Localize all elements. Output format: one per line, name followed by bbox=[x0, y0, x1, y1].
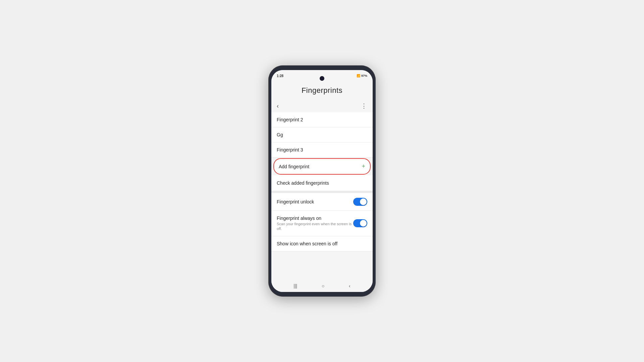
nav-back-button[interactable]: ‹ bbox=[349, 283, 351, 289]
back-button[interactable]: ‹ bbox=[277, 103, 279, 110]
fingerprint-always-on-subtitle: Scan your fingerprint even when the scre… bbox=[277, 222, 353, 231]
check-fingerprints-label: Check added fingerprints bbox=[277, 180, 329, 186]
page-title: Fingerprints bbox=[277, 86, 367, 95]
phone-screen: 1:28 📶 97% Fingerprints ‹ ⋮ Fingerprint … bbox=[271, 70, 373, 292]
fingerprint-always-on-title: Fingerprint always on bbox=[277, 216, 353, 221]
fingerprint-unlock-toggle[interactable] bbox=[353, 198, 367, 206]
status-icons: 📶 97% bbox=[357, 74, 367, 77]
more-button[interactable]: ⋮ bbox=[361, 102, 367, 110]
fingerprint-item-2[interactable]: Gg bbox=[271, 127, 373, 142]
phone-frame: 1:28 📶 97% Fingerprints ‹ ⋮ Fingerprint … bbox=[268, 65, 376, 297]
add-fingerprint-label: Add fingerprint bbox=[279, 164, 309, 169]
fingerprint-always-on-content: Fingerprint always on Scan your fingerpr… bbox=[277, 216, 353, 231]
fingerprint-item-3[interactable]: Fingerprint 3 bbox=[271, 142, 373, 158]
add-plus-icon: + bbox=[362, 163, 365, 170]
fingerprint-always-on-item[interactable]: Fingerprint always on Scan your fingerpr… bbox=[271, 211, 373, 236]
status-time: 1:28 bbox=[277, 74, 283, 78]
recent-apps-button[interactable]: ||| bbox=[293, 283, 297, 289]
fingerprint-label-2: Gg bbox=[277, 132, 283, 137]
toggle-knob-2 bbox=[360, 220, 367, 227]
show-icon-title: Show icon when screen is off bbox=[277, 241, 367, 246]
add-fingerprint-button[interactable]: Add fingerprint + bbox=[273, 158, 371, 175]
nav-bar: ‹ ⋮ bbox=[271, 100, 373, 112]
fingerprint-label-3: Fingerprint 3 bbox=[277, 147, 303, 153]
camera-notch bbox=[320, 76, 324, 81]
fingerprint-item-1[interactable]: Fingerprint 2 bbox=[271, 112, 373, 127]
fingerprint-always-on-toggle[interactable] bbox=[353, 219, 367, 227]
fingerprint-label-1: Fingerprint 2 bbox=[277, 117, 303, 122]
wifi-icon: 📶 bbox=[357, 74, 360, 77]
show-icon-content: Show icon when screen is off bbox=[277, 241, 367, 246]
page-title-area: Fingerprints bbox=[271, 79, 373, 100]
bottom-nav: ||| ○ ‹ bbox=[271, 280, 373, 292]
home-button[interactable]: ○ bbox=[322, 283, 324, 289]
show-icon-item[interactable]: Show icon when screen is off bbox=[271, 236, 373, 251]
fingerprint-unlock-title: Fingerprint unlock bbox=[277, 199, 353, 204]
toggle-knob-1 bbox=[360, 198, 367, 205]
fingerprint-unlock-item[interactable]: Fingerprint unlock bbox=[271, 193, 373, 211]
fingerprint-unlock-content: Fingerprint unlock bbox=[277, 199, 353, 204]
content-area: Fingerprint 2 Gg Fingerprint 3 Add finge… bbox=[271, 112, 373, 280]
check-fingerprints-item[interactable]: Check added fingerprints bbox=[271, 175, 373, 191]
battery-text: 97% bbox=[361, 74, 367, 77]
